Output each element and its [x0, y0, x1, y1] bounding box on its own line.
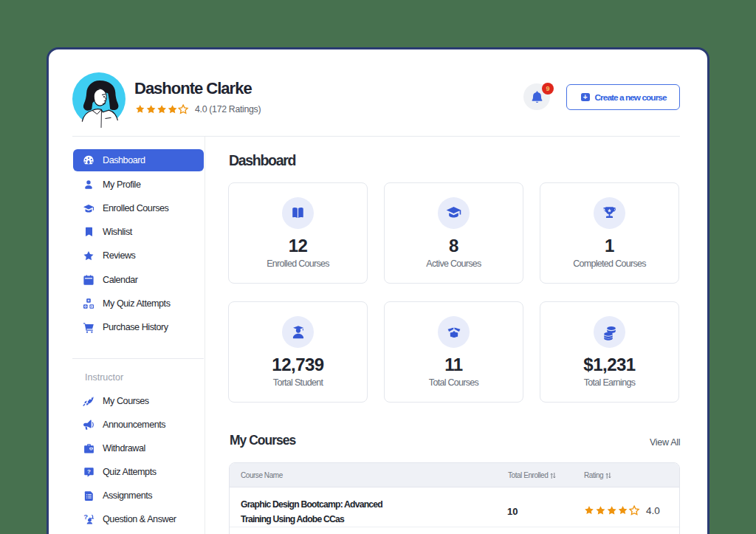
svg-text:?: ? [83, 513, 88, 521]
svg-text:?: ? [87, 468, 91, 475]
